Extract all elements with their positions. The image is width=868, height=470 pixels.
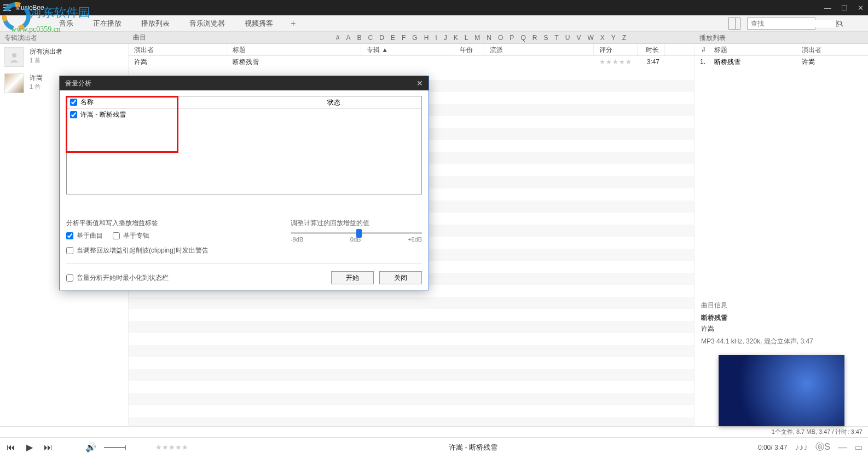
jump-letter[interactable]: N — [487, 34, 491, 42]
col-rating[interactable]: 评分 — [594, 44, 638, 55]
playlist-row[interactable]: 1. 断桥残雪 许嵩 — [695, 56, 868, 68]
pl-col-num[interactable]: # — [695, 44, 710, 55]
alphabet-jump: #ABCDEFGHIJKLMNOPQRSTUVWXYZ — [268, 34, 694, 42]
opt-gain-label: 分析平衡值和写入播放增益标签 — [66, 219, 158, 228]
pl-col-title[interactable]: 标题 — [710, 44, 797, 55]
slider-label: 调整计算过的回放增益的值 — [291, 219, 422, 228]
play-button[interactable]: ▶ — [24, 442, 35, 453]
maximize-icon[interactable]: ☐ — [841, 4, 848, 12]
jump-letter[interactable]: V — [576, 34, 581, 42]
jump-letter[interactable]: P — [510, 34, 514, 42]
next-button[interactable]: ⏭ — [43, 442, 54, 453]
analysis-item[interactable]: 许嵩 - 断桥残雪 — [67, 108, 421, 121]
track-row[interactable]: 许嵩 断桥残雪 ★★★★★ 3:47 — [129, 56, 694, 68]
sidebar-header: 专辑演出者 — [0, 32, 129, 43]
panel-layout-icon[interactable] — [728, 18, 740, 30]
pl-row-title: 断桥残雪 — [710, 56, 797, 68]
jump-letter[interactable]: K — [454, 34, 458, 42]
lastfm-icon[interactable]: ⓐS — [815, 442, 830, 453]
mini-player-icon[interactable]: — — [838, 443, 847, 452]
track-duration: 3:47 — [638, 56, 665, 68]
by-track-checkbox[interactable] — [66, 232, 73, 239]
jump-letter[interactable]: X — [600, 34, 605, 42]
jump-letter[interactable]: L — [465, 34, 468, 42]
start-button[interactable]: 开始 — [331, 271, 374, 284]
menu-playlists[interactable]: 播放列表 — [131, 15, 180, 32]
right-panel: # 标题 演出者 1. 断桥残雪 许嵩 曲目信息 断桥残雪 许嵩 MP3 44.… — [694, 44, 868, 426]
jump-letter[interactable]: S — [543, 34, 548, 42]
progress-icon[interactable]: ▭ — [854, 442, 863, 452]
jump-letter[interactable]: W — [587, 34, 593, 42]
jump-letter[interactable]: O — [498, 34, 503, 42]
col-artist[interactable]: 演出者 — [129, 44, 227, 55]
jump-letter[interactable]: Q — [520, 34, 525, 42]
tracks-header: 曲目 — [129, 33, 268, 42]
jump-letter[interactable]: G — [412, 34, 417, 42]
jump-letter[interactable]: J — [444, 34, 447, 42]
jump-letter[interactable]: M — [474, 34, 480, 42]
jump-letter[interactable]: B — [357, 34, 362, 42]
col-duration[interactable]: 时长 — [638, 44, 665, 55]
sub-header: 专辑演出者 曲目 #ABCDEFGHIJKLMNOPQRSTUVWXYZ 播放列… — [0, 32, 868, 44]
artist-count: 1 首 — [30, 56, 62, 65]
close-icon[interactable]: ✕ — [858, 4, 864, 12]
dialog-titlebar[interactable]: 音量分析 ✕ — [60, 76, 429, 90]
chevron-down-icon[interactable]: ⌄ — [48, 5, 52, 11]
minimize-checkbox[interactable] — [66, 274, 73, 282]
volume-analysis-dialog: 音量分析 ✕ 名称 状态 许嵩 - 断桥残雪 分析平衡值和写入播放增益标签 基于… — [59, 76, 429, 290]
jump-letter[interactable]: A — [346, 34, 351, 42]
clip-warn-checkbox[interactable] — [66, 247, 73, 254]
menu-browser[interactable]: 音乐浏览器 — [180, 15, 235, 32]
col-album[interactable]: 专辑 ▲ — [361, 44, 454, 55]
search-dropdown-icon[interactable] — [836, 20, 843, 27]
col-genre[interactable]: 流派 — [484, 44, 594, 55]
pl-col-artist[interactable]: 演出者 — [797, 44, 868, 55]
jump-letter[interactable]: F — [402, 34, 406, 42]
track-info-header: 曲目信息 — [701, 301, 861, 310]
analysis-list: 名称 状态 许嵩 - 断桥残雪 — [66, 96, 422, 194]
volume-icon[interactable]: 🔊 — [85, 442, 96, 453]
col-title[interactable]: 标题 — [227, 44, 361, 55]
col-year[interactable]: 年份 — [454, 44, 484, 55]
search-box[interactable] — [747, 18, 815, 30]
jump-letter[interactable]: # — [336, 34, 340, 42]
jump-letter[interactable]: T — [554, 34, 558, 42]
player-rating[interactable]: ★★★★★ — [155, 443, 188, 451]
svg-point-2 — [12, 53, 16, 58]
column-headers: 演出者 标题 专辑 ▲ 年份 流派 评分 时长 — [129, 44, 694, 56]
menu-music[interactable]: 音乐 — [49, 15, 83, 32]
jump-letter[interactable]: I — [435, 34, 437, 42]
select-all-checkbox[interactable] — [70, 99, 77, 106]
prev-button[interactable]: ⏮ — [5, 442, 16, 453]
menu-add-icon[interactable]: + — [283, 19, 303, 28]
jump-letter[interactable]: H — [424, 34, 429, 42]
artist-avatar-icon — [4, 73, 24, 93]
jump-letter[interactable]: C — [368, 34, 373, 42]
by-album-checkbox[interactable] — [113, 232, 120, 239]
item-checkbox[interactable] — [70, 111, 77, 118]
search-input[interactable] — [748, 20, 836, 27]
hamburger-icon[interactable] — [3, 4, 11, 11]
menu-podcast[interactable]: 视频播客 — [235, 15, 283, 32]
equalizer-icon[interactable]: ♪♪♪ — [795, 443, 808, 452]
menu-now-playing[interactable]: 正在播放 — [83, 15, 131, 32]
track-title: 断桥残雪 — [227, 56, 361, 68]
jump-letter[interactable]: Y — [611, 34, 616, 42]
jump-letter[interactable]: Z — [622, 34, 626, 42]
sidebar-item-all-artists[interactable]: 所有演出者 1 首 — [0, 44, 128, 70]
jump-letter[interactable]: R — [533, 34, 537, 42]
playlist-header: 播放列表 — [694, 32, 868, 43]
minimize-icon[interactable]: — — [824, 4, 831, 12]
close-button[interactable]: 关闭 — [379, 271, 422, 284]
track-info-title: 断桥残雪 — [701, 313, 861, 323]
track-artist: 许嵩 — [129, 56, 227, 68]
dialog-close-icon[interactable]: ✕ — [416, 76, 423, 90]
gain-slider[interactable] — [291, 232, 422, 234]
artist-name: 许嵩 — [30, 73, 43, 83]
jump-letter[interactable]: E — [391, 34, 395, 42]
track-rating[interactable]: ★★★★★ — [594, 56, 638, 68]
jump-letter[interactable]: U — [565, 34, 570, 42]
slider-thumb[interactable] — [356, 229, 362, 238]
volume-slider[interactable] — [104, 447, 126, 448]
jump-letter[interactable]: D — [379, 34, 384, 42]
